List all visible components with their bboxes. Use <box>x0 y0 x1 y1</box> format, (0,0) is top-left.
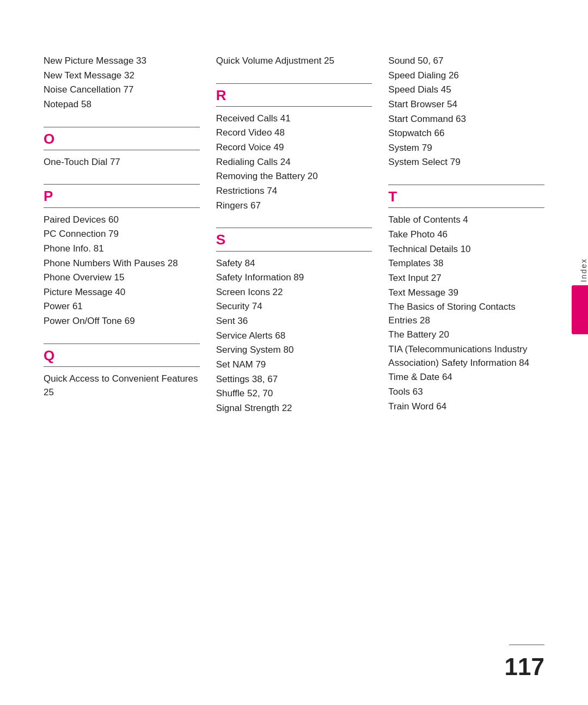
entry: Restrictions 74 <box>216 185 372 198</box>
letter-q: Q <box>44 347 200 364</box>
section-s: S Safety 84 Safety Information 89 Screen… <box>216 228 372 415</box>
letter-t: T <box>388 188 544 205</box>
letter-p: P <box>44 188 200 205</box>
letter-s: S <box>216 231 372 248</box>
entry: Sent 36 <box>216 315 372 328</box>
section-divider-p <box>44 207 200 208</box>
entry: Service Alerts 68 <box>216 329 372 343</box>
entry: Screen Icons 22 <box>216 286 372 299</box>
section-q: Q Quick Access to Convenient Features 25 <box>44 344 200 399</box>
entry: TIA (Telecommunications Industry Associa… <box>388 343 544 370</box>
side-tab-bar <box>572 285 588 334</box>
entry: Start Command 63 <box>388 113 544 126</box>
entry: Text Message 39 <box>388 286 544 300</box>
section-s-top: Sound 50, 67 Speed Dialing 26 Speed Dial… <box>388 54 544 169</box>
entry: Power 61 <box>44 300 200 314</box>
entry: Speed Dialing 26 <box>388 69 544 83</box>
entry: The Basics of Storing Contacts Entries 2… <box>388 301 544 327</box>
side-tab-label: Index <box>577 258 588 282</box>
entry: Take Photo 46 <box>388 228 544 242</box>
section-divider-s <box>216 251 372 252</box>
divider-p <box>44 184 200 185</box>
page-number: 117 <box>505 653 544 681</box>
entry: Ringers 67 <box>216 199 372 213</box>
entry: Record Video 48 <box>216 126 372 140</box>
divider-t <box>388 185 544 185</box>
entry: Speed Dials 45 <box>388 83 544 97</box>
entry: Paired Devices 60 <box>44 213 200 227</box>
entry: Start Browser 54 <box>388 98 544 112</box>
entry: PC Connection 79 <box>44 228 200 241</box>
entry: Picture Message 40 <box>44 286 200 299</box>
entry: New Text Message 32 <box>44 69 200 83</box>
entry: Text Input 27 <box>388 272 544 285</box>
entry: Noise Cancellation 77 <box>44 83 200 97</box>
entry: Settings 38, 67 <box>216 373 372 387</box>
entry: New Picture Message 33 <box>44 54 200 68</box>
entry: Safety 84 <box>216 257 372 271</box>
section-divider-o <box>44 150 200 150</box>
letter-r: R <box>216 87 372 104</box>
entry: Tools 63 <box>388 385 544 399</box>
entry: Train Word 64 <box>388 400 544 414</box>
entry: Phone Numbers With Pauses 28 <box>44 257 200 271</box>
letter-o: O <box>44 131 200 148</box>
section-t: T Table of Contents 4 Take Photo 46 Tech… <box>388 185 544 413</box>
entry: Shuffle 52, 70 <box>216 387 372 401</box>
entry: Stopwatch 66 <box>388 127 544 140</box>
entry: One-Touch Dial 77 <box>44 156 200 169</box>
divider-o <box>44 127 200 127</box>
entry: Technical Details 10 <box>388 243 544 256</box>
column-2: Quick Volume Adjustment 25 R Received Ca… <box>216 54 389 661</box>
entry: Serving System 80 <box>216 344 372 357</box>
entry: Power On/Off Tone 69 <box>44 315 200 328</box>
entry: Phone Info. 81 <box>44 242 200 256</box>
divider-r <box>216 83 372 84</box>
entry: Notepad 58 <box>44 98 200 112</box>
entry: Quick Access to Convenient Features 25 <box>44 372 200 399</box>
entry: Record Voice 49 <box>216 141 372 155</box>
section-o: O One-Touch Dial 77 <box>44 127 200 169</box>
entry: Templates 38 <box>388 257 544 271</box>
entry: Redialing Calls 24 <box>216 156 372 169</box>
entry: Sound 50, 67 <box>388 54 544 68</box>
column-3: Sound 50, 67 Speed Dialing 26 Speed Dial… <box>388 54 544 661</box>
entry: Security 74 <box>216 300 372 314</box>
entry: Phone Overview 15 <box>44 271 200 285</box>
bottom-rule <box>509 645 544 645</box>
entry: System Select 79 <box>388 156 544 169</box>
entry: Time & Date 64 <box>388 371 544 384</box>
section-p: P Paired Devices 60 PC Connection 79 Pho… <box>44 184 200 328</box>
divider-s <box>216 228 372 228</box>
section-divider-q <box>44 366 200 367</box>
entry: Signal Strength 22 <box>216 402 372 415</box>
entry: The Battery 20 <box>388 328 544 342</box>
entry: Table of Contents 4 <box>388 213 544 227</box>
section-q-top: Quick Volume Adjustment 25 <box>216 54 372 68</box>
entry: Removing the Battery 20 <box>216 170 372 183</box>
column-1: New Picture Message 33 New Text Message … <box>44 54 216 661</box>
entry: Set NAM 79 <box>216 358 372 372</box>
entry: Quick Volume Adjustment 25 <box>216 54 372 68</box>
entry: Received Calls 41 <box>216 112 372 126</box>
side-tab: Index <box>572 258 588 334</box>
section-divider-t <box>388 207 544 208</box>
page-content: New Picture Message 33 New Text Message … <box>44 54 544 661</box>
section-n-top: New Picture Message 33 New Text Message … <box>44 54 200 112</box>
divider-q <box>44 344 200 344</box>
section-r: R Received Calls 41 Record Video 48 Reco… <box>216 83 372 213</box>
entry: Safety Information 89 <box>216 271 372 285</box>
section-divider-r <box>216 106 372 107</box>
entry: System 79 <box>388 142 544 155</box>
